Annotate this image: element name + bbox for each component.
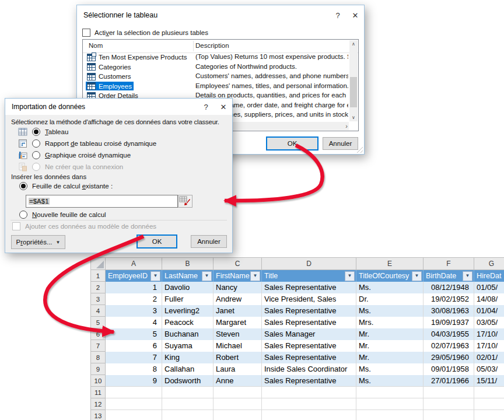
filter-dropdown-icon[interactable]: ▼ — [202, 271, 212, 281]
cell-c9[interactable]: Laura — [214, 363, 262, 375]
cell-a6[interactable]: 5 — [106, 328, 162, 340]
cell-g8[interactable]: 02/01/ — [474, 352, 504, 363]
multi-table-checkbox[interactable] — [82, 29, 90, 37]
cell-a9[interactable]: 8 — [106, 363, 162, 375]
cell-a11[interactable] — [106, 387, 162, 398]
cell-g11[interactable] — [474, 387, 504, 398]
cell-f10[interactable]: 27/01/1966 — [424, 375, 474, 387]
cell-e5[interactable]: Mrs. — [356, 317, 424, 328]
row-header-10[interactable]: 10 — [91, 375, 106, 387]
cell-c8[interactable]: Robert — [214, 352, 262, 363]
cell-g10[interactable]: 15/11/ — [474, 375, 504, 387]
table-header-cell[interactable]: Title▼ — [262, 270, 356, 282]
cell-b8[interactable]: King — [162, 352, 214, 363]
cell-e3[interactable]: Dr. — [356, 293, 424, 305]
option-radio[interactable] — [32, 139, 40, 148]
scroll-up-icon[interactable]: ∧ — [349, 40, 358, 48]
cell-a4[interactable]: 3 — [106, 305, 162, 317]
range-picker-icon[interactable] — [178, 195, 192, 208]
cell-g5[interactable]: 03/05/ — [474, 317, 504, 328]
cell-b11[interactable] — [162, 387, 214, 398]
cell-c11[interactable] — [214, 387, 262, 398]
row-header-5[interactable]: 5 — [91, 317, 106, 328]
cell-g13[interactable] — [474, 410, 504, 420]
cell-g6[interactable]: 17/10/ — [474, 328, 504, 340]
cell-g7[interactable]: 17/10/ — [474, 340, 504, 352]
table-header-cell[interactable]: FirstName▼ — [214, 270, 262, 282]
cell-b4[interactable]: Leverling2 — [162, 305, 214, 317]
filter-dropdown-icon[interactable]: ▼ — [250, 271, 260, 281]
table-list-item[interactable]: CustomersCustomers' names, addresses, an… — [83, 72, 348, 82]
row-header-4[interactable]: 4 — [91, 305, 106, 317]
select-table-titlebar[interactable]: Sélectionner le tableau ? ✕ — [77, 5, 364, 25]
cell-c6[interactable]: Steven — [214, 328, 262, 340]
properties-button[interactable]: Propriétés... ▼ — [11, 235, 65, 249]
scroll-right-icon[interactable]: › — [345, 122, 348, 130]
option-radio[interactable] — [32, 151, 40, 159]
cell-b2[interactable]: Davolio — [162, 282, 214, 293]
option-radio[interactable] — [32, 163, 40, 171]
table-list-item[interactable]: EmployeesEmployees' names, titles, and p… — [83, 82, 348, 92]
cell-c7[interactable]: Michael — [214, 340, 262, 352]
row-header-8[interactable]: 8 — [91, 352, 106, 363]
filter-dropdown-icon[interactable]: ▼ — [412, 271, 422, 281]
cell-d3[interactable]: Vice President, Sales — [262, 293, 356, 305]
cell-a3[interactable]: 2 — [106, 293, 162, 305]
cell-b12[interactable] — [162, 398, 214, 410]
cell-e13[interactable] — [356, 410, 424, 420]
help-icon[interactable]: ? — [329, 11, 346, 20]
column-header-a[interactable]: A — [106, 258, 162, 270]
cell-e2[interactable]: Ms. — [356, 282, 424, 293]
close-icon[interactable]: ✕ — [215, 103, 232, 111]
cell-c12[interactable] — [214, 398, 262, 410]
row-header-1[interactable]: 1 — [91, 270, 106, 282]
cell-e8[interactable]: Mr. — [356, 352, 424, 363]
filter-dropdown-icon[interactable]: ▼ — [345, 271, 355, 281]
cell-c4[interactable]: Janet — [214, 305, 262, 317]
cell-d12[interactable] — [262, 398, 356, 410]
cell-d13[interactable] — [262, 410, 356, 420]
column-header-c[interactable]: C — [214, 258, 262, 270]
select-all-corner[interactable] — [91, 258, 106, 270]
cell-b5[interactable]: Peacock — [162, 317, 214, 328]
existing-sheet-radio[interactable] — [19, 182, 27, 190]
table-header-cell[interactable]: BirthDate▼ — [424, 270, 474, 282]
cell-d6[interactable]: Sales Manager — [262, 328, 356, 340]
row-header-9[interactable]: 9 — [91, 363, 106, 375]
column-header-d[interactable]: D — [262, 258, 356, 270]
cell-c3[interactable]: Andrew — [214, 293, 262, 305]
cell-d8[interactable]: Sales Representative — [262, 352, 356, 363]
cell-b3[interactable]: Fuller — [162, 293, 214, 305]
cell-d7[interactable]: Sales Representative — [262, 340, 356, 352]
option-radio[interactable] — [32, 128, 40, 136]
cell-e7[interactable]: Mr. — [356, 340, 424, 352]
cell-b6[interactable]: Buchanan — [162, 328, 214, 340]
help-icon[interactable]: ? — [197, 103, 215, 111]
cell-f4[interactable]: 30/08/1963 — [424, 305, 474, 317]
cell-f3[interactable]: 19/02/1952 — [424, 293, 474, 305]
row-header-6[interactable]: 6 — [91, 328, 106, 340]
cell-d5[interactable]: Sales Representative — [262, 317, 356, 328]
cell-d2[interactable]: Sales Representative — [262, 282, 356, 293]
new-sheet-radio[interactable] — [19, 211, 27, 219]
row-header-11[interactable]: 11 — [91, 387, 106, 398]
cell-e10[interactable]: Ms. — [356, 375, 424, 387]
table-list-item[interactable]: CategoriesCategories of Northwind produc… — [83, 62, 348, 72]
filter-dropdown-icon[interactable]: ▼ — [150, 271, 160, 281]
cell-f6[interactable]: 04/03/1955 — [424, 328, 474, 340]
cell-c10[interactable]: Anne — [214, 375, 262, 387]
description-column-header[interactable]: Description — [195, 42, 229, 49]
scroll-down-icon[interactable]: ∨ — [349, 114, 358, 121]
cell-g12[interactable] — [474, 398, 504, 410]
ok-button[interactable]: OK — [266, 136, 318, 150]
cell-b7[interactable]: Suyama — [162, 340, 214, 352]
range-input[interactable]: =$A$1 — [26, 195, 178, 208]
cell-a10[interactable]: 9 — [106, 375, 162, 387]
table-header-cell[interactable]: HireDat — [474, 270, 504, 282]
cell-e11[interactable] — [356, 387, 424, 398]
column-header-f[interactable]: F — [424, 258, 474, 270]
row-header-3[interactable]: 3 — [91, 293, 106, 305]
cancel-button[interactable]: Annuler — [323, 137, 358, 150]
table-header-cell[interactable]: LastName▼ — [162, 270, 214, 282]
row-header-2[interactable]: 2 — [91, 282, 106, 293]
